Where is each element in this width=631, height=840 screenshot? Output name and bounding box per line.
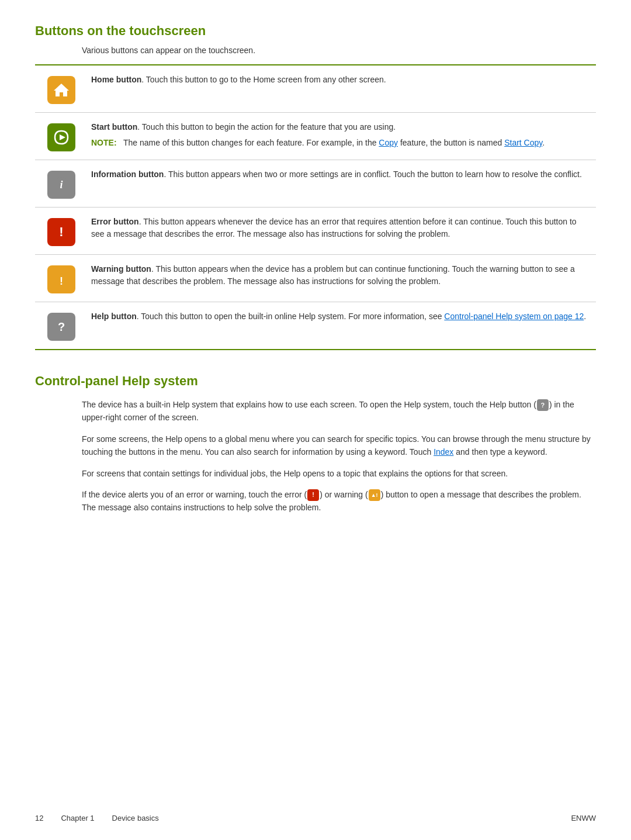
note-label: NOTE: bbox=[91, 138, 117, 147]
svg-text:!: ! bbox=[59, 224, 63, 239]
index-link[interactable]: Index bbox=[434, 447, 453, 457]
info-button-row: i Information button. This button appear… bbox=[35, 160, 596, 208]
svg-marker-0 bbox=[60, 134, 65, 140]
error-button-desc: Error button. This button appears whenev… bbox=[82, 216, 590, 240]
error-bold: Error button bbox=[91, 217, 139, 226]
footer-chapter: Chapter 1 bbox=[61, 814, 94, 822]
footer-left: 12 Chapter 1 Device basics bbox=[35, 814, 159, 822]
start-icon-cell bbox=[41, 121, 82, 151]
svg-text:!: ! bbox=[60, 275, 63, 287]
buttons-table: Home button. Touch this button to go to … bbox=[35, 64, 596, 350]
start-button-desc: Start button. Touch this button to begin… bbox=[82, 121, 590, 149]
help-icon-cell: ? bbox=[41, 310, 82, 341]
info-icon-cell: i bbox=[41, 168, 82, 199]
inline-help-icon: ? bbox=[537, 399, 549, 411]
warning-button-desc: Warning button. This button appears when… bbox=[82, 263, 590, 288]
inline-error-icon: ! bbox=[307, 489, 319, 501]
warning-button-row: ! Warning button. This button appears wh… bbox=[35, 255, 596, 302]
intro-text: Various buttons can appear on the touchs… bbox=[82, 46, 596, 55]
info-button-desc: Information button. This button appears … bbox=[82, 168, 590, 181]
start-icon bbox=[47, 123, 75, 151]
error-icon-cell: ! bbox=[41, 216, 82, 246]
home-button-row: Home button. Touch this button to go to … bbox=[35, 65, 596, 113]
help-icon: ? bbox=[47, 313, 75, 341]
help-bold: Help button bbox=[91, 312, 137, 321]
warning-icon: ! bbox=[47, 265, 75, 293]
section2-para2: For some screens, the Help opens to a gl… bbox=[82, 433, 596, 459]
section2-para3: For screens that contain settings for in… bbox=[82, 467, 596, 480]
error-icon: ! bbox=[47, 218, 75, 246]
warning-icon-cell: ! bbox=[41, 263, 82, 293]
home-button-desc: Home button. Touch this button to go to … bbox=[82, 74, 590, 86]
footer-right: ENWW bbox=[571, 814, 596, 822]
section2-para1: The device has a built-in Help system th… bbox=[82, 398, 596, 424]
home-icon-cell bbox=[41, 74, 82, 104]
info-bold: Information button bbox=[91, 170, 164, 179]
svg-text:i: i bbox=[60, 179, 63, 191]
start-bold: Start button bbox=[91, 122, 137, 132]
footer-chapter-label: Device basics bbox=[112, 814, 159, 822]
inline-warning-icon: ▲! bbox=[369, 489, 380, 501]
home-icon bbox=[47, 76, 75, 104]
start-copy-link[interactable]: Start Copy bbox=[504, 138, 542, 147]
info-icon: i bbox=[47, 171, 75, 199]
help-button-desc: Help button. Touch this button to open t… bbox=[82, 310, 590, 323]
error-button-row: ! Error button. This button appears when… bbox=[35, 208, 596, 255]
section2-para4: If the device alerts you of an error or … bbox=[82, 488, 596, 514]
footer: 12 Chapter 1 Device basics ENWW bbox=[35, 814, 596, 822]
control-panel-link[interactable]: Control-panel Help system on page 12 bbox=[444, 312, 584, 321]
warning-bold: Warning button bbox=[91, 264, 151, 274]
section2-title: Control-panel Help system bbox=[35, 374, 596, 389]
footer-page-num: 12 bbox=[35, 814, 43, 822]
home-bold: Home button bbox=[91, 75, 141, 84]
section1-title: Buttons on the touchscreen bbox=[35, 23, 596, 39]
svg-text:?: ? bbox=[58, 320, 65, 333]
help-button-row: ? Help button. Touch this button to open… bbox=[35, 302, 596, 349]
copy-link[interactable]: Copy bbox=[379, 138, 398, 147]
start-button-row: Start button. Touch this button to begin… bbox=[35, 113, 596, 160]
